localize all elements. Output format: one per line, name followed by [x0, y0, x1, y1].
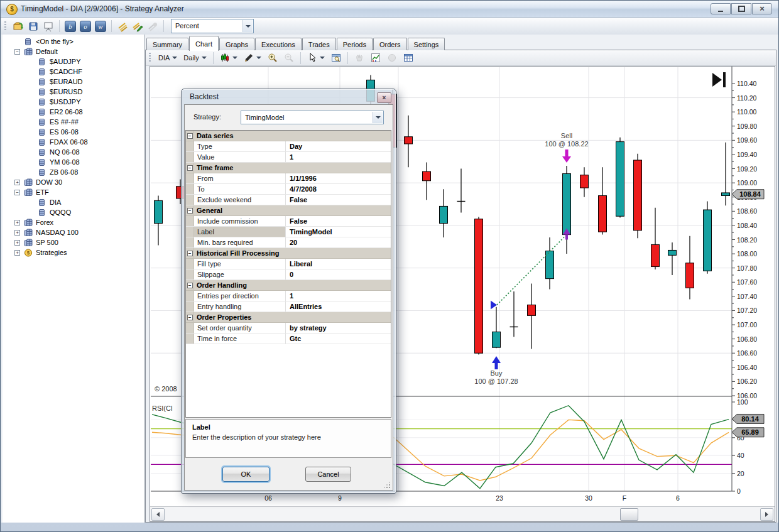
property-value[interactable]: 0: [286, 269, 391, 280]
property-row[interactable]: Include commissionFalse: [186, 216, 391, 227]
tree-item-fdax-06-08[interactable]: FDAX 06-08: [3, 137, 144, 147]
property-row[interactable]: Min. bars required20: [186, 237, 391, 248]
tab-graphs[interactable]: Graphs: [219, 38, 254, 50]
maximize-button[interactable]: [731, 3, 751, 14]
tree-item-qqqq[interactable]: QQQQ: [3, 207, 144, 217]
tab-orders[interactable]: Orders: [373, 38, 407, 50]
expand-icon[interactable]: +: [14, 250, 20, 256]
collapse-icon[interactable]: −: [14, 190, 20, 195]
tree-item-default[interactable]: −Default: [3, 46, 144, 57]
dialog-title[interactable]: Backtest: [190, 92, 219, 101]
chart-properties-button[interactable]: [328, 52, 344, 64]
tab-executions[interactable]: Executions: [255, 38, 302, 50]
tree-item--eurusd[interactable]: $EURUSD: [3, 87, 144, 97]
tab-periods[interactable]: Periods: [337, 38, 373, 50]
property-value[interactable]: False: [286, 216, 391, 226]
tree-item-forex[interactable]: +Forex: [3, 217, 144, 227]
property-row[interactable]: Entries per direction1: [186, 291, 391, 301]
category-row[interactable]: −Order Properties: [186, 312, 391, 323]
collapse-icon[interactable]: −: [187, 283, 193, 288]
category-row[interactable]: −General: [186, 205, 391, 216]
collapse-icon[interactable]: −: [187, 315, 193, 320]
chart-horizontal-scrollbar[interactable]: [150, 506, 775, 521]
property-row[interactable]: Exclude weekendFalse: [186, 195, 391, 205]
expand-icon[interactable]: +: [14, 180, 20, 185]
editor-key-o[interactable]: o: [80, 21, 91, 32]
tree-item-nasdaq-100[interactable]: +NASDAQ 100: [3, 227, 144, 237]
edit-hatch-button[interactable]: [130, 19, 145, 33]
tree-item-etf[interactable]: −ETF: [3, 187, 144, 197]
property-value[interactable]: AllEntries: [286, 301, 391, 312]
property-row[interactable]: Set order quantityby strategy: [186, 323, 391, 334]
strategy-combobox[interactable]: TimingModel: [241, 111, 384, 124]
property-value[interactable]: TimingModel: [286, 227, 391, 237]
tree-item-nq-06-08[interactable]: NQ 06-08: [3, 147, 144, 157]
property-value[interactable]: False: [286, 195, 391, 205]
cancel-button[interactable]: Cancel: [305, 467, 351, 482]
tab-trades[interactable]: Trades: [302, 38, 336, 50]
category-row[interactable]: −Order Handling: [186, 280, 391, 291]
scroll-right-button[interactable]: [760, 508, 773, 521]
tree-item-dia[interactable]: DIA: [3, 197, 144, 207]
property-value[interactable]: Day: [286, 141, 391, 151]
dialog-close-button[interactable]: ×: [377, 92, 391, 103]
property-value[interactable]: 1: [286, 291, 391, 301]
tree-item-dow-30[interactable]: +DOW 30: [3, 177, 144, 187]
property-value[interactable]: 20: [286, 237, 391, 247]
tree-item--euraud[interactable]: $EURAUD: [3, 77, 144, 87]
editor-key-b[interactable]: b: [65, 21, 76, 32]
save-button[interactable]: [26, 19, 41, 33]
resize-grip[interactable]: [384, 482, 390, 488]
tree-item-ym-06-08[interactable]: YM 06-08: [3, 157, 144, 167]
property-row[interactable]: Entry handlingAllEntries: [186, 301, 391, 312]
chevron-down-icon[interactable]: [242, 20, 253, 32]
collapse-icon[interactable]: −: [187, 133, 193, 139]
chevron-down-icon[interactable]: [373, 112, 383, 123]
property-row[interactable]: LabelTimingModel: [186, 227, 391, 237]
property-value[interactable]: Gtc: [286, 334, 391, 344]
zoom-in-button[interactable]: [264, 52, 281, 64]
close-button[interactable]: ×: [752, 3, 772, 14]
presentation-button[interactable]: [41, 19, 56, 33]
minimize-button[interactable]: [711, 3, 731, 14]
editor-key-w[interactable]: w: [95, 21, 106, 32]
instrument-dropdown[interactable]: DIA: [155, 53, 180, 63]
property-row[interactable]: From1/1/1996: [186, 173, 391, 184]
title-bar[interactable]: $ TimingModel - DIA [2/9/2006] - Strateg…: [1, 1, 778, 18]
tree-item--usdjpy[interactable]: $USDJPY: [3, 97, 144, 107]
collapse-icon[interactable]: −: [187, 165, 193, 171]
tree-item-sp-500[interactable]: +SP 500: [3, 237, 144, 247]
toolbar-grip[interactable]: [4, 21, 6, 31]
property-value[interactable]: 1/1/1996: [286, 173, 391, 183]
open-workspace-button[interactable]: [11, 19, 26, 33]
collapse-icon[interactable]: −: [187, 208, 193, 214]
category-row[interactable]: −Time frame: [186, 163, 391, 173]
property-value[interactable]: Liberal: [286, 259, 391, 269]
category-row[interactable]: −Historical Fill Processing: [186, 248, 391, 259]
tree-item-es-[interactable]: ES ##-##: [3, 117, 144, 127]
tab-settings[interactable]: Settings: [408, 38, 445, 50]
property-row[interactable]: Slippage0: [186, 269, 391, 280]
property-value[interactable]: by strategy: [286, 323, 391, 333]
display-mode-combobox[interactable]: Percent: [171, 19, 254, 33]
scrollbar-thumb[interactable]: [620, 508, 638, 521]
tree-item-strategies[interactable]: +$Strategies: [3, 247, 144, 258]
tab-chart[interactable]: Chart: [189, 36, 219, 51]
property-row[interactable]: Time in forceGtc: [186, 334, 391, 344]
expand-icon[interactable]: +: [14, 230, 20, 236]
tree-item--cadchf[interactable]: $CADCHF: [3, 67, 144, 77]
property-row[interactable]: To4/7/2008: [186, 184, 391, 195]
hatch-tool-button[interactable]: [115, 19, 130, 33]
cursor-tool-dropdown[interactable]: [304, 52, 328, 64]
ok-button[interactable]: OK: [222, 467, 270, 482]
chart-style-dropdown[interactable]: [217, 52, 241, 64]
collapse-icon[interactable]: −: [14, 49, 20, 55]
analyzer-chart-button[interactable]: [368, 52, 384, 64]
category-row[interactable]: −Data series: [186, 131, 391, 141]
property-row[interactable]: Fill typeLiberal: [186, 259, 391, 269]
tree-item-zb-06-08[interactable]: ZB 06-08: [3, 167, 144, 177]
scroll-left-button[interactable]: [151, 508, 165, 521]
property-row[interactable]: Value1: [186, 152, 391, 163]
tab-summary[interactable]: Summary: [146, 38, 188, 50]
expand-icon[interactable]: +: [14, 220, 20, 225]
